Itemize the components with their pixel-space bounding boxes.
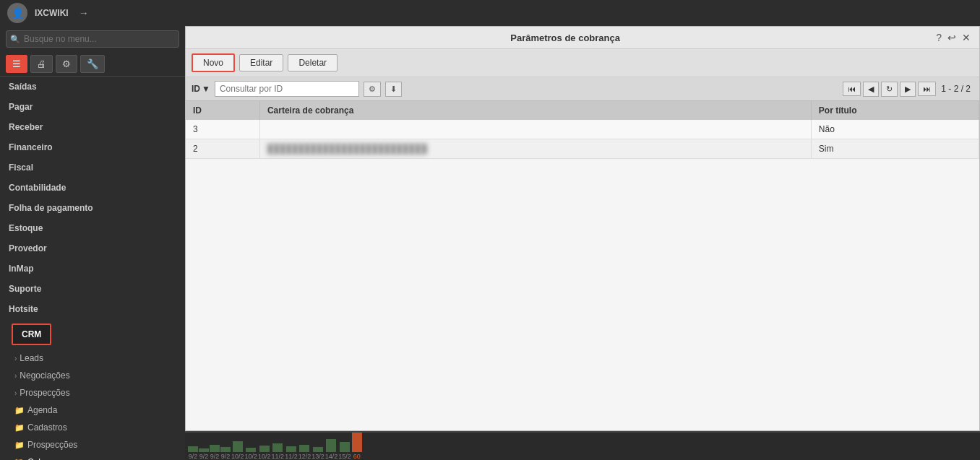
- sidebar-item-leads[interactable]: › Leads: [0, 350, 185, 367]
- sidebar-item-inmap[interactable]: InMap: [0, 259, 185, 279]
- sidebar-item-contabilidade[interactable]: Contabilidade: [0, 178, 185, 198]
- page-info: 1 - 2 / 2: [941, 84, 971, 94]
- sidebar-item-suporte[interactable]: Suporte: [0, 279, 185, 299]
- chart-bar: [259, 446, 270, 452]
- chevron-icon: ›: [14, 355, 17, 363]
- sidebar-item-estoque[interactable]: Estoque: [0, 218, 185, 238]
- back-icon[interactable]: ↩: [947, 32, 956, 43]
- window-title: Parâmetros de cobrança: [194, 32, 936, 43]
- sidebar-item-folha[interactable]: Folha de pagamento: [0, 198, 185, 218]
- folder-icon: 📁: [14, 423, 25, 433]
- table-row[interactable]: 2 ██████████████████████████ Sim: [186, 139, 979, 159]
- main-window: Parâmetros de cobrança ? ↩ ✕ Novo Editar…: [185, 26, 980, 431]
- sidebar-item-saidas[interactable]: Saídas: [0, 77, 185, 97]
- main-layout: 🔍 ☰ 🖨 ⚙ 🔧 Saídas Pagar Receber Financeir…: [0, 26, 980, 460]
- sidebar-item-cobranca-folder[interactable]: 📂 Cobrança: [0, 454, 185, 460]
- sidebar-item-fiscal[interactable]: Fiscal: [0, 157, 185, 178]
- chart-bar: [326, 439, 336, 452]
- exit-icon[interactable]: →: [79, 7, 89, 19]
- search-icon: 🔍: [10, 35, 20, 44]
- chart-item: 12/2: [298, 445, 311, 460]
- deletar-button[interactable]: Deletar: [288, 54, 338, 71]
- sidebar-item-financeiro[interactable]: Financeiro: [0, 137, 185, 157]
- sidebar: 🔍 ☰ 🖨 ⚙ 🔧 Saídas Pagar Receber Financeir…: [0, 26, 185, 460]
- chevron-icon: ›: [14, 372, 17, 380]
- chart-bar: [272, 443, 283, 452]
- sidebar-item-prospeccoes-folder[interactable]: 📁 Prospecções: [0, 436, 185, 454]
- toolbar-list-btn[interactable]: ☰: [6, 55, 27, 73]
- nav-prev-btn[interactable]: ◀: [863, 82, 879, 97]
- chart-item: 10/2: [245, 448, 258, 460]
- dropdown-arrow-icon: ▼: [202, 84, 210, 94]
- chart-item: 11/2: [285, 446, 298, 460]
- toolbar-gear-btn[interactable]: ⚙: [56, 55, 77, 73]
- sidebar-item-hotsite[interactable]: Hotsite: [0, 299, 185, 319]
- sidebar-search-area: 🔍: [0, 26, 185, 52]
- sidebar-menu: Saídas Pagar Receber Financeiro Fiscal C…: [0, 77, 185, 460]
- cell-carteira: [259, 120, 811, 139]
- crm-section-header[interactable]: CRM: [12, 324, 51, 345]
- window-titlebar: Parâmetros de cobrança ? ↩ ✕: [186, 27, 979, 49]
- table-row[interactable]: 3 Não: [186, 120, 979, 139]
- sidebar-item-negociacoes[interactable]: › Negociações: [0, 367, 185, 384]
- cell-id: 2: [186, 139, 259, 159]
- sidebar-item-receber[interactable]: Receber: [0, 117, 185, 137]
- chart-bar: [299, 445, 309, 452]
- chart-item: 11/2: [272, 443, 285, 460]
- sidebar-item-provedor[interactable]: Provedor: [0, 238, 185, 259]
- nav-controls: ⏮ ◀ ↻ ▶ ⏭ 1 - 2 / 2: [843, 82, 973, 97]
- chart-item: 10/2: [231, 441, 244, 460]
- chart-item: 13/2: [311, 447, 324, 460]
- nav-last-btn[interactable]: ⏭: [918, 82, 936, 96]
- table-area: ID Carteira de cobrança Por título 3 Não: [186, 101, 979, 430]
- folder-open-icon: 📂: [14, 458, 25, 461]
- toolbar-print-btn[interactable]: 🖨: [30, 55, 53, 73]
- sidebar-item-agenda[interactable]: 📁 Agenda: [0, 402, 185, 419]
- cell-por-titulo: Não: [811, 120, 979, 139]
- filter-bar: ID ▼ ⚙ ⬇ ⏮ ◀ ↻ ▶ ⏭ 1 - 2 / 2: [186, 77, 979, 101]
- col-carteira: Carteira de cobrança: [259, 101, 811, 120]
- sidebar-item-pagar[interactable]: Pagar: [0, 97, 185, 117]
- data-table: ID Carteira de cobrança Por título 3 Não: [186, 101, 979, 159]
- cell-id: 3: [186, 120, 259, 139]
- filter-export-btn[interactable]: ⬇: [385, 82, 402, 97]
- chart-item: 60: [352, 431, 362, 460]
- chart-item: 15/2: [338, 442, 351, 460]
- chart-item: 9/2: [220, 447, 231, 460]
- novo-button[interactable]: Novo: [192, 53, 235, 72]
- chevron-icon: ›: [14, 389, 17, 397]
- sidebar-item-cadastros[interactable]: 📁 Cadastros: [0, 419, 185, 436]
- help-icon[interactable]: ?: [936, 32, 942, 43]
- chart-bar: [210, 445, 220, 452]
- window-controls: ? ↩ ✕: [936, 32, 971, 43]
- chart-bar-accent: [352, 431, 362, 452]
- toolbar-wrench-btn[interactable]: 🔧: [80, 55, 105, 73]
- chart-bar: [188, 446, 198, 452]
- window-toolbar: Novo Editar Deletar: [186, 49, 979, 77]
- cell-carteira: ██████████████████████████: [259, 139, 811, 159]
- chart-bar: [340, 442, 350, 452]
- close-icon[interactable]: ✕: [962, 32, 971, 43]
- id-filter-label: ID ▼: [192, 84, 210, 94]
- editar-button[interactable]: Editar: [239, 54, 283, 71]
- cell-por-titulo: Sim: [811, 139, 979, 159]
- top-bar: 👤 IXCWIKI →: [0, 0, 980, 26]
- nav-refresh-btn[interactable]: ↻: [881, 82, 898, 97]
- sidebar-toolbar: ☰ 🖨 ⚙ 🔧: [0, 52, 185, 77]
- chart-bar: [220, 447, 231, 452]
- filter-settings-btn[interactable]: ⚙: [364, 82, 381, 97]
- crm-section-wrapper: CRM: [0, 319, 185, 350]
- folder-icon: 📁: [14, 441, 25, 450]
- chart-bar: [233, 441, 243, 452]
- chart-item: 10/2: [258, 446, 271, 460]
- sidebar-item-prospeccoes-arrow[interactable]: › Prospecções: [0, 384, 185, 402]
- chart-item: 14/2: [325, 439, 338, 460]
- chart-item: 9/2: [199, 448, 209, 460]
- folder-icon: 📁: [14, 406, 25, 415]
- bottom-chart-bar: 9/2 9/2 9/2 9/2 10/2: [185, 431, 980, 460]
- id-filter-input[interactable]: [215, 81, 359, 97]
- chart-bar: [246, 448, 256, 452]
- search-input[interactable]: [6, 30, 179, 48]
- nav-next-btn[interactable]: ▶: [900, 82, 916, 97]
- nav-first-btn[interactable]: ⏮: [843, 82, 861, 96]
